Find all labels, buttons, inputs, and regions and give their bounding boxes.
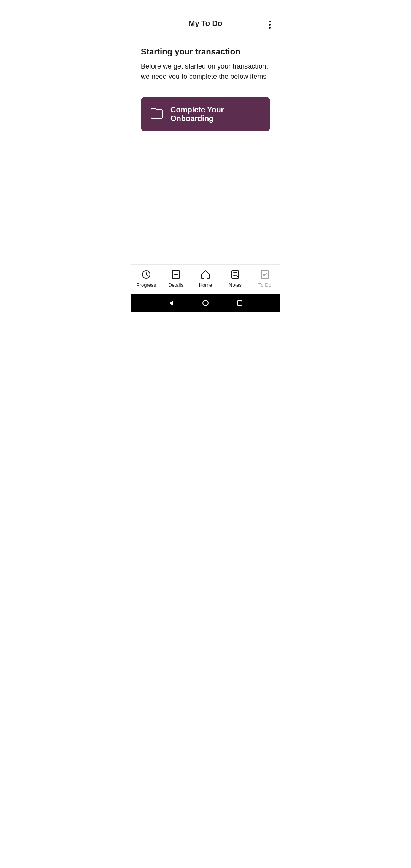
nav-item-progress[interactable]: Progress [135,269,158,288]
home-icon [200,269,211,280]
system-nav-bar [131,294,280,312]
back-button[interactable] [168,300,175,306]
bottom-navigation: Progress Details Home [131,264,280,294]
section-title: Starting your transaction [141,47,270,57]
menu-dot-1 [269,21,271,22]
complete-onboarding-card[interactable]: Complete Your Onboarding [141,97,270,131]
nav-label-details: Details [168,282,183,288]
recents-button[interactable] [236,300,243,306]
nav-item-details[interactable]: Details [164,269,187,288]
nav-label-notes: Notes [229,282,242,288]
menu-dot-2 [269,24,271,26]
nav-item-notes[interactable]: Notes [224,269,247,288]
nav-label-todo: To Do [258,282,271,288]
main-content: Starting your transaction Before we get … [131,35,280,264]
nav-label-progress: Progress [136,282,156,288]
svg-point-8 [203,300,208,306]
svg-rect-9 [237,301,242,305]
page-title: My To Do [189,19,223,28]
svg-marker-7 [169,300,173,306]
menu-dot-3 [269,27,271,29]
folder-icon [150,107,164,122]
nav-label-home: Home [199,282,212,288]
details-icon [170,269,181,280]
nav-item-home[interactable]: Home [194,269,217,288]
nav-item-todo[interactable]: To Do [253,269,276,288]
notes-icon [230,269,241,280]
section-description: Before we get started on your transactio… [141,61,270,82]
more-options-button[interactable] [267,19,272,30]
header: My To Do [131,0,280,35]
progress-icon [141,269,151,280]
onboarding-card-label: Complete Your Onboarding [170,105,261,123]
todo-icon [260,269,270,280]
home-button[interactable] [202,300,209,306]
